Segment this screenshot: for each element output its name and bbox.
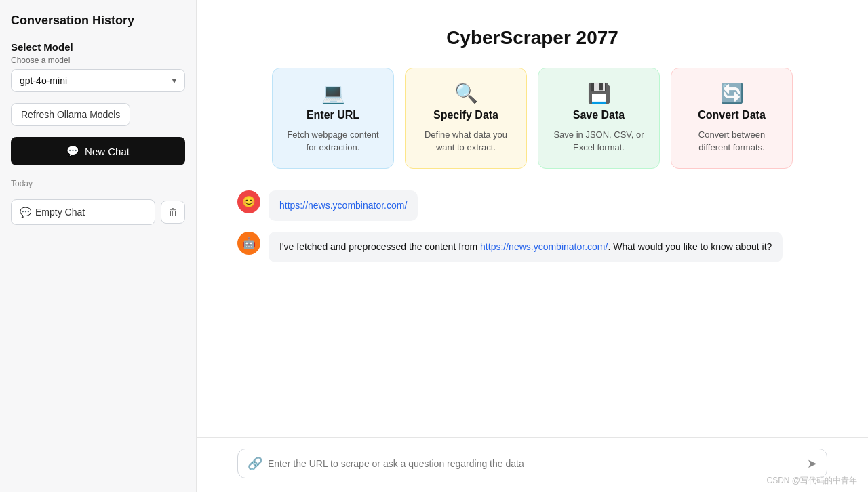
today-label: Today [11,179,185,188]
chat-messages: 😊 https://news.ycombinator.com/ 🤖 I've f… [237,190,827,262]
card-specify-data: 🔍 Specify Data Define what data you want… [405,68,527,169]
user-message-bubble: https://news.ycombinator.com/ [269,190,418,221]
trash-icon: 🗑 [168,207,178,218]
card-enter-url: 💻 Enter URL Fetch webpage content for ex… [272,68,394,169]
bot-avatar-icon: 🤖 [242,237,256,249]
empty-chat-label: Empty Chat [35,207,85,218]
avatar-bot: 🤖 [237,232,260,255]
convert-data-desc: Convert between different formats. [682,128,781,155]
sidebar: Conversation History Select Model Choose… [0,0,197,492]
bot-message-prefix: I've fetched and preprocessed the conten… [279,241,480,252]
send-icon: ➤ [807,456,817,471]
choose-model-text: Choose a model [11,56,185,65]
specify-data-desc: Define what data you want to extract. [416,128,515,155]
link-icon: 🔗 [248,456,262,471]
chat-input[interactable] [268,458,802,469]
user-message-link[interactable]: https://news.ycombinator.com/ [279,200,407,211]
input-area: 🔗 ➤ [197,437,868,492]
save-data-title: Save Data [549,108,648,123]
app-title: CyberScraper 2077 [237,27,827,49]
card-save-data: 💾 Save Data Save in JSON, CSV, or Excel … [538,68,660,169]
main-inner: CyberScraper 2077 💻 Enter URL Fetch webp… [197,0,868,437]
new-chat-button[interactable]: 💬 New Chat [11,137,185,165]
empty-chat-button[interactable]: 💬 Empty Chat [11,199,155,225]
send-button[interactable]: ➤ [807,456,817,471]
bot-message-suffix: . What would you like to know about it? [608,241,772,252]
delete-chat-button[interactable]: 🗑 [161,201,185,224]
feature-cards: 💻 Enter URL Fetch webpage content for ex… [237,68,827,169]
refresh-ollama-button[interactable]: Refresh Ollama Models [11,103,130,126]
card-convert-data: 🔄 Convert Data Convert between different… [671,68,793,169]
message-row-user: 😊 https://news.ycombinator.com/ [237,190,827,221]
avatar-user: 😊 [237,190,260,213]
enter-url-icon: 💻 [283,82,382,104]
input-wrapper: 🔗 ➤ [237,449,827,478]
select-model-section: Select Model Choose a model gpt-4o-mini … [11,41,185,92]
new-chat-label: New Chat [85,146,130,157]
model-select-wrapper: gpt-4o-mini gpt-4o gpt-3.5-turbo ▼ [11,69,185,92]
model-select[interactable]: gpt-4o-mini gpt-4o gpt-3.5-turbo [11,69,185,92]
enter-url-title: Enter URL [283,108,382,123]
message-row-bot: 🤖 I've fetched and preprocessed the cont… [237,232,827,262]
sidebar-title: Conversation History [11,14,185,28]
save-data-desc: Save in JSON, CSV, or Excel format. [549,128,648,155]
bot-message-link[interactable]: https://news.ycombinator.com/ [480,241,608,252]
specify-data-icon: 🔍 [416,82,515,104]
specify-data-title: Specify Data [416,108,515,123]
chat-icon-small: 💬 [20,207,31,218]
user-avatar-icon: 😊 [242,195,256,208]
bot-message-bubble: I've fetched and preprocessed the conten… [269,232,783,262]
enter-url-desc: Fetch webpage content for extraction. [283,128,382,155]
main-content: CyberScraper 2077 💻 Enter URL Fetch webp… [197,0,868,492]
chat-icon: 💬 [66,145,79,157]
select-model-label: Select Model [11,41,185,53]
convert-data-title: Convert Data [682,108,781,123]
chat-history-row: 💬 Empty Chat 🗑 [11,199,185,225]
convert-data-icon: 🔄 [682,82,781,104]
save-data-icon: 💾 [549,82,648,104]
